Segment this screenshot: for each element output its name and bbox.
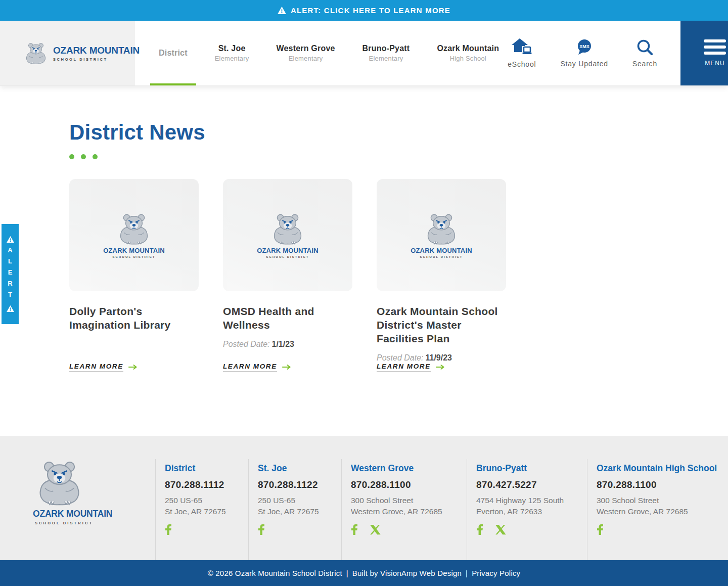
posted-date-row: Posted Date:1/1/23	[223, 340, 352, 349]
nav-label: Bruno-Pyatt	[362, 44, 410, 53]
learn-more-label: LEARN MORE	[377, 363, 431, 372]
footer-column-western-grove: Western Grove 870.288.1100 300 School St…	[341, 459, 467, 560]
district-logo[interactable]: OZARK MOUNTAIN SCHOOL DISTRICT	[0, 21, 135, 85]
learn-more-label: LEARN MORE	[223, 363, 277, 372]
sms-bubble-icon: SMS	[576, 39, 593, 56]
bear-mascot-icon	[423, 212, 460, 245]
card-logo-subtitle: SCHOOL DISTRICT	[113, 255, 156, 258]
alert-banner[interactable]: ALERT: CLICK HERE TO LEARN MORE	[0, 0, 728, 21]
footer-address: 250 US-65St Joe, AR 72675	[258, 495, 336, 517]
footer-phone[interactable]: 870.288.1112	[165, 479, 243, 490]
logo-subtitle: SCHOOL DISTRICT	[53, 57, 140, 62]
footer-school-link[interactable]: Ozark Mountain High School	[597, 463, 713, 474]
nav-item-western-grove[interactable]: Western Grove Elementary	[267, 21, 343, 85]
search-icon	[636, 38, 653, 56]
news-card-title[interactable]: OMSD Health and Wellness	[223, 305, 352, 332]
posted-date-row: Posted Date:11/9/23	[377, 353, 506, 363]
privacy-policy-link[interactable]: Privacy Policy	[472, 569, 520, 577]
stay-updated-button[interactable]: SMS Stay Updated	[560, 39, 608, 68]
nav-sublabel: Elementary	[369, 55, 403, 62]
facebook-icon[interactable]	[597, 523, 604, 535]
nav-sublabel: High School	[450, 55, 486, 62]
news-card-title[interactable]: Dolly Parton's Imagination Library	[69, 305, 199, 332]
posted-date-value: 1/1/23	[272, 340, 294, 348]
nav-sublabel: Elementary	[289, 55, 323, 62]
separator: |	[346, 569, 348, 577]
news-card: OZARK MOUNTAIN SCHOOL DISTRICT Ozark Mou…	[377, 179, 506, 372]
news-card-title[interactable]: Ozark Mountain School District's Master …	[377, 305, 506, 346]
footer-school-link[interactable]: St. Joe	[258, 463, 336, 474]
card-logo-subtitle: SCHOOL DISTRICT	[266, 255, 309, 258]
side-alert-tab[interactable]: ALERT	[2, 224, 19, 324]
nav-item-district[interactable]: District	[150, 21, 196, 85]
news-card-image[interactable]: OZARK MOUNTAIN SCHOOL DISTRICT	[69, 179, 199, 291]
facebook-icon[interactable]	[165, 523, 172, 535]
footer-column-district: District 870.288.1112 250 US-65St Joe, A…	[155, 459, 248, 560]
x-twitter-icon[interactable]	[370, 524, 381, 535]
footer: OZARK MOUNTAIN SCHOOL DISTRICT District …	[0, 436, 728, 560]
search-button[interactable]: Search	[632, 38, 657, 68]
stay-updated-label: Stay Updated	[560, 60, 608, 68]
nav-item-st-joe[interactable]: St. Joe Elementary	[206, 21, 258, 85]
footer-address: 300 School StreetWestern Grove, AR 72685	[351, 495, 462, 517]
copyright-bar: © 2026 Ozark Mountain School District | …	[0, 560, 728, 586]
news-card: OZARK MOUNTAIN SCHOOL DISTRICT Dolly Par…	[69, 179, 199, 372]
main-nav: District St. Joe Elementary Western Grov…	[150, 21, 508, 85]
copyright-text: © 2026 Ozark Mountain School District	[208, 569, 342, 577]
posted-date-label: Posted Date:	[377, 353, 424, 362]
footer-phone[interactable]: 870.427.5227	[476, 479, 582, 490]
alert-triangle-icon	[7, 305, 14, 312]
news-card-image[interactable]: OZARK MOUNTAIN SCHOOL DISTRICT	[377, 179, 506, 291]
footer-column-ozark-mountain-high: Ozark Mountain High School 870.288.1100 …	[587, 459, 718, 560]
footer-address: 250 US-65St Joe, AR 72675	[165, 495, 243, 517]
facebook-icon[interactable]	[258, 523, 265, 535]
footer-social-row	[258, 523, 336, 535]
nav-label: Ozark Mountain	[437, 44, 499, 53]
card-logo-title: OZARK MOUNTAIN	[411, 247, 472, 254]
learn-more-link[interactable]: LEARN MORE	[69, 363, 199, 372]
arrow-right-icon	[436, 364, 445, 370]
side-alert-label: ALERT	[7, 246, 14, 302]
footer-phone[interactable]: 870.288.1122	[258, 479, 336, 490]
facebook-icon[interactable]	[351, 523, 358, 535]
footer-phone[interactable]: 870.288.1100	[351, 479, 462, 490]
header: OZARK MOUNTAIN SCHOOL DISTRICT District …	[0, 21, 728, 86]
footer-school-link[interactable]: Bruno-Pyatt	[476, 463, 582, 474]
footer-social-row	[165, 523, 243, 535]
search-label: Search	[632, 60, 657, 68]
warning-triangle-icon	[278, 7, 286, 14]
main-content: District News OZARK MOUNTAIN SCHOOL DIST…	[0, 86, 728, 372]
eschool-button[interactable]: eSchool	[508, 38, 536, 68]
footer-column-st-joe: St. Joe 870.288.1122 250 US-65St Joe, AR…	[248, 459, 341, 560]
footer-logo[interactable]: OZARK MOUNTAIN SCHOOL DISTRICT	[18, 459, 155, 560]
eschool-house-icon	[511, 38, 532, 56]
footer-school-link[interactable]: District	[165, 463, 243, 474]
bear-mascot-icon	[269, 212, 306, 245]
nav-label: St. Joe	[218, 44, 246, 53]
footer-phone[interactable]: 870.288.1100	[597, 479, 713, 490]
footer-logo-subtitle: SCHOOL DISTRICT	[35, 521, 93, 525]
menu-button[interactable]: MENU	[680, 21, 728, 85]
footer-logo-title: OZARK MOUNTAIN	[33, 509, 112, 519]
built-by-link[interactable]: Built by VisionAmp Web Design	[352, 569, 462, 577]
learn-more-link[interactable]: LEARN MORE	[377, 363, 506, 372]
footer-school-link[interactable]: Western Grove	[351, 463, 462, 474]
nav-label: Western Grove	[276, 44, 335, 53]
x-twitter-icon[interactable]	[495, 524, 506, 535]
utility-nav: eSchool SMS Stay Updated Search	[508, 21, 680, 85]
alert-banner-text: ALERT: CLICK HERE TO LEARN MORE	[291, 6, 450, 15]
bear-mascot-icon	[115, 212, 153, 245]
facebook-icon[interactable]	[476, 523, 483, 535]
news-card: OZARK MOUNTAIN SCHOOL DISTRICT OMSD Heal…	[223, 179, 352, 372]
news-card-image[interactable]: OZARK MOUNTAIN SCHOOL DISTRICT	[223, 179, 352, 291]
learn-more-link[interactable]: LEARN MORE	[223, 363, 352, 372]
hamburger-icon	[704, 39, 726, 55]
nav-item-bruno-pyatt[interactable]: Bruno-Pyatt Elementary	[354, 21, 419, 85]
nav-item-ozark-mountain-high[interactable]: Ozark Mountain High School	[428, 21, 508, 85]
bear-mascot-icon	[23, 37, 49, 69]
bear-mascot-icon	[33, 459, 86, 506]
posted-date-value: 11/9/23	[426, 353, 452, 362]
footer-column-bruno-pyatt: Bruno-Pyatt 870.427.5227 4754 Highway 12…	[467, 459, 587, 560]
footer-address: 300 School StreetWestern Grove, AR 72685	[597, 495, 713, 517]
footer-social-row	[597, 523, 713, 535]
